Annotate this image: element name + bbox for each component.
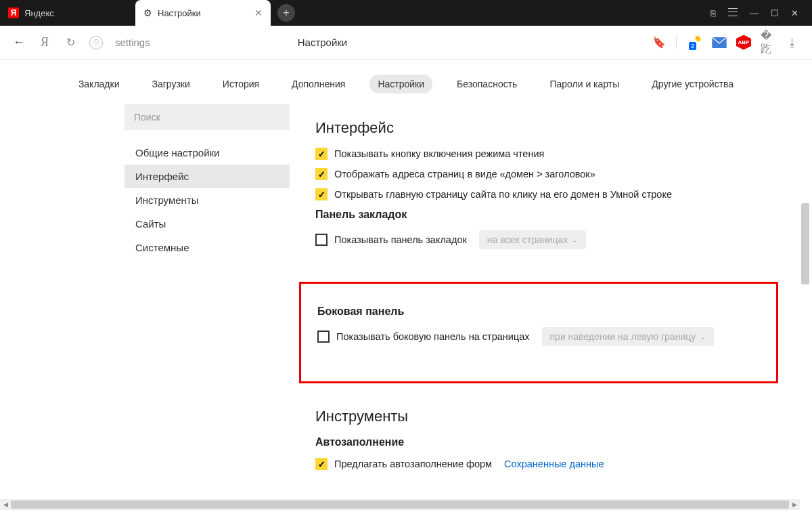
section-sidepanel: Боковая панель Показывать боковую панель… — [299, 282, 778, 383]
checkbox-autofill[interactable] — [315, 458, 328, 470]
bookmark-outline-icon[interactable]: ⎘ — [710, 8, 716, 18]
settings-top-nav: Закладки Загрузки История Дополнения Нас… — [0, 60, 812, 104]
select-sidepanel-trigger[interactable]: при наведении на левую границу — [542, 327, 715, 346]
nav-addons[interactable]: Дополнения — [284, 75, 353, 93]
option-label: Отображать адреса страниц в виде «домен … — [334, 169, 595, 179]
window-controls: ⎘ — ☐ ✕ — [710, 8, 812, 18]
option-domain-title: Отображать адреса страниц в виде «домен … — [315, 168, 762, 180]
subsection-bookmarks: Панель закладок — [315, 209, 762, 221]
horizontal-scrollbar[interactable]: ◀ ▶ — [0, 499, 800, 510]
menu-icon[interactable] — [728, 8, 738, 18]
option-reader-mode: Показывать кнопку включения режима чтени… — [315, 148, 762, 160]
section-title: Инструменты — [315, 408, 762, 425]
minimize-button[interactable]: — — [750, 8, 759, 18]
back-button[interactable]: ← — [12, 35, 26, 49]
viewport: Закладки Загрузки История Дополнения Нас… — [0, 60, 812, 510]
option-label: Открывать главную страницу сайта по клик… — [334, 189, 672, 200]
checkbox-bookmarks[interactable] — [315, 234, 328, 246]
sidebar-item-system[interactable]: Системные — [125, 236, 290, 259]
select-bookmarks-scope[interactable]: на всех страницах — [479, 230, 586, 249]
nav-security[interactable]: Безопасность — [449, 75, 525, 93]
site-info-icon[interactable]: ⦾ — [89, 36, 103, 49]
settings-sidebar: Общие настройки Интерфейс Инструменты Са… — [125, 104, 290, 484]
nav-settings[interactable]: Настройки — [369, 75, 432, 93]
search-input[interactable] — [125, 104, 290, 130]
option-smartline: Открывать главную страницу сайта по клик… — [315, 188, 762, 200]
option-label: Показывать панель закладок — [334, 234, 467, 245]
address-bar: ← Я ↻ ⦾ settings Настройки 🔖 2 ABP �趷 ⭳ — [0, 26, 812, 60]
checkbox-reader[interactable] — [315, 148, 328, 160]
downloads-icon[interactable]: ⭳ — [785, 35, 800, 50]
yandex-logo-icon: Я — [8, 7, 19, 18]
nav-history[interactable]: История — [215, 75, 267, 93]
scroll-thumb-vertical[interactable] — [801, 203, 809, 284]
sidebar-item-sites[interactable]: Сайты — [125, 212, 290, 236]
gear-icon: ⚙ — [143, 7, 152, 18]
close-window-button[interactable]: ✕ — [791, 8, 798, 18]
checkbox-sidepanel[interactable] — [317, 331, 330, 343]
section-tools: Инструменты Автозаполнение Предлагать ав… — [299, 393, 778, 484]
mail-icon[interactable] — [712, 35, 727, 50]
nav-devices[interactable]: Другие устройства — [644, 75, 742, 93]
divider — [676, 36, 677, 49]
tab-label: Яндекс — [24, 8, 54, 18]
sidebar-nav: Общие настройки Интерфейс Инструменты Са… — [125, 141, 290, 259]
sidebar-item-general[interactable]: Общие настройки — [125, 141, 290, 165]
url-display[interactable]: settings — [115, 37, 150, 48]
nav-bookmarks[interactable]: Закладки — [70, 75, 128, 93]
adblock-icon[interactable]: ABP — [736, 35, 751, 50]
tab-bar: Я Яндекс ⚙ Настройки ✕ + ⎘ — ☐ ✕ — [0, 0, 812, 26]
section-title: Интерфейс — [315, 119, 762, 137]
extension-icons: 🔖 2 ABP �趷 ⭳ — [652, 35, 800, 50]
nav-passwords[interactable]: Пароли и карты — [541, 75, 627, 93]
subsection-autofill: Автозаполнение — [315, 436, 762, 448]
sidebar-item-interface[interactable]: Интерфейс — [125, 165, 290, 188]
extensions-icon[interactable]: �趷 — [761, 35, 775, 50]
option-label: Предлагать автозаполнение форм — [334, 459, 492, 469]
close-tab-icon[interactable]: ✕ — [254, 7, 263, 18]
page-title: Настройки — [298, 37, 348, 48]
settings-body: Общие настройки Интерфейс Инструменты Са… — [0, 104, 812, 484]
weather-icon[interactable]: 2 — [686, 35, 702, 50]
weather-badge: 2 — [689, 42, 696, 50]
sidebar-item-tools[interactable]: Инструменты — [125, 188, 290, 212]
nav-downloads[interactable]: Загрузки — [143, 75, 198, 93]
section-interface: Интерфейс Показывать кнопку включения ре… — [299, 104, 778, 272]
settings-main: Интерфейс Показывать кнопку включения ре… — [299, 104, 784, 484]
bookmark-icon[interactable]: 🔖 — [652, 35, 667, 50]
link-saved-data[interactable]: Сохраненные данные — [504, 459, 604, 469]
option-label: Показывать боковую панель на страницах — [336, 331, 530, 342]
yandex-home-icon[interactable]: Я — [38, 35, 51, 49]
tab-settings[interactable]: ⚙ Настройки ✕ — [135, 0, 271, 26]
reload-button[interactable]: ↻ — [64, 36, 77, 49]
checkbox-smartline[interactable] — [315, 188, 328, 200]
option-label: Показывать кнопку включения режима чтени… — [334, 148, 544, 159]
tab-yandex[interactable]: Я Яндекс — [0, 0, 135, 26]
tab-label: Настройки — [158, 8, 201, 18]
maximize-button[interactable]: ☐ — [771, 8, 779, 18]
subsection-sidepanel: Боковая панель — [317, 305, 760, 318]
option-autofill: Предлагать автозаполнение форм Сохраненн… — [315, 458, 762, 470]
checkbox-domain[interactable] — [315, 168, 328, 180]
new-tab-button[interactable]: + — [277, 4, 295, 22]
scroll-right-icon[interactable]: ▶ — [789, 499, 800, 510]
option-show-bookmarks: Показывать панель закладок на всех стран… — [315, 230, 762, 249]
scroll-left-icon[interactable]: ◀ — [0, 499, 11, 510]
scroll-thumb-horizontal[interactable] — [11, 501, 789, 509]
option-show-sidepanel: Показывать боковую панель на страницах п… — [317, 327, 760, 346]
vertical-scrollbar[interactable] — [800, 122, 811, 498]
